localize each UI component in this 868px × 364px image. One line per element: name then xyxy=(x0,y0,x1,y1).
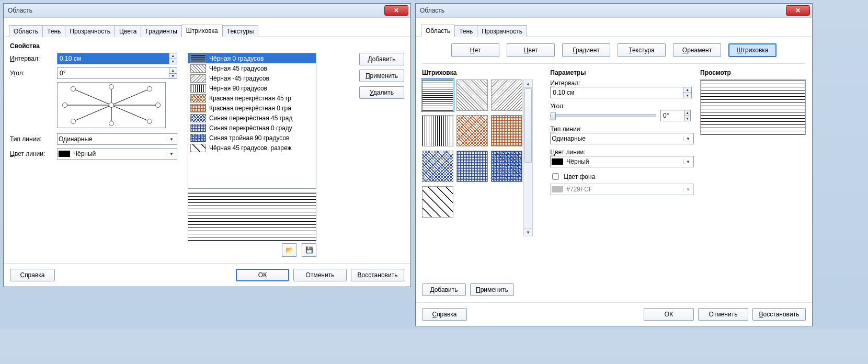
help-button[interactable]: Справка xyxy=(10,269,55,281)
hatch-swatch-cell[interactable] xyxy=(422,115,453,146)
apply-button[interactable]: Применить xyxy=(359,70,404,82)
linecolor-value: Чёрный xyxy=(566,158,589,165)
close-button[interactable]: ✕ xyxy=(384,5,408,16)
hatch-list-item[interactable]: Чёрная -45 градусов xyxy=(188,73,316,83)
bgcolor-checkbox[interactable]: Цвет фона xyxy=(550,172,691,181)
ok-button[interactable]: ОК xyxy=(644,308,694,321)
hatch-swatch xyxy=(190,94,206,103)
tab-Текстуры[interactable]: Текстуры xyxy=(222,25,259,37)
filltype-Орнамент[interactable]: Орнамент xyxy=(673,43,721,57)
hatch-preview xyxy=(700,79,806,135)
tab-Прозрачность[interactable]: Прозрачность xyxy=(65,25,115,37)
hatch-swatch-cell[interactable] xyxy=(491,151,522,182)
interval-input[interactable] xyxy=(551,87,683,98)
scroll-up-icon[interactable]: ▲ xyxy=(524,80,532,88)
linetype-select[interactable]: Одинарные ▼ xyxy=(57,133,177,145)
hatch-item-label: Синяя перекрёстная 0 граду xyxy=(209,124,292,132)
tab-Штриховка[interactable]: Штриховка xyxy=(181,25,223,37)
hatch-swatch-cell[interactable] xyxy=(422,186,453,218)
ok-button[interactable]: ОК xyxy=(236,269,289,281)
hatch-list-item[interactable]: Чёрная 45 градусов, разреж xyxy=(188,143,316,153)
tab-Цвета[interactable]: Цвета xyxy=(115,25,141,37)
tab-Область[interactable]: Область xyxy=(421,25,455,37)
reset-button[interactable]: Восстановить xyxy=(351,269,404,281)
tab-bar: ОбластьТеньПрозрачностьЦветаГрадиентыШтр… xyxy=(4,18,410,37)
scroll-down-icon[interactable]: ▼ xyxy=(524,228,532,236)
scrollbar-thumb[interactable] xyxy=(524,88,532,163)
bgcolor-check-input[interactable] xyxy=(552,173,559,180)
linetype-select[interactable]: Одинарные ▼ xyxy=(550,133,694,144)
spin-up-icon[interactable]: ▲ xyxy=(683,87,691,93)
cancel-button[interactable]: Отменить xyxy=(698,308,748,321)
filltype-Градиент[interactable]: Градиент xyxy=(562,43,610,57)
hatch-list-item[interactable]: Красная перекрёстная 0 гра xyxy=(188,103,316,113)
help-button[interactable]: Справка xyxy=(422,308,467,321)
linecolor-select[interactable]: Чёрный ▼ xyxy=(57,148,177,160)
hatch-list[interactable]: Чёрная 0 градусовЧёрная 45 градусовЧёрна… xyxy=(188,53,316,189)
angle-picker[interactable] xyxy=(57,82,166,128)
hatch-swatch-cell[interactable] xyxy=(456,151,488,182)
reset-button[interactable]: Восстановить xyxy=(752,308,806,321)
hatch-swatch-cell[interactable] xyxy=(422,151,453,182)
angle-spinner[interactable]: ▲▼ xyxy=(57,67,177,79)
spin-up-icon[interactable]: ▲ xyxy=(169,68,177,74)
linecolor-value: Чёрный xyxy=(73,150,96,157)
angle-input[interactable] xyxy=(661,110,684,121)
cancel-button[interactable]: Отменить xyxy=(293,269,347,281)
dialog-footer: Справка ОК Отменить Восстановить xyxy=(416,302,812,326)
spin-up-icon[interactable]: ▲ xyxy=(685,110,690,116)
hatch-item-label: Синяя перекрёстная 45 град xyxy=(209,115,292,122)
open-folder-button[interactable]: 📂 xyxy=(282,243,296,257)
tab-Тень[interactable]: Тень xyxy=(42,25,65,37)
hatch-list-item[interactable]: Синяя тройная 90 градусов xyxy=(188,133,316,143)
filltype-Текстура[interactable]: Текстура xyxy=(618,43,666,57)
section-hatching: Штриховка xyxy=(422,69,541,76)
interval-input[interactable] xyxy=(58,53,169,64)
spin-down-icon[interactable]: ▼ xyxy=(685,116,690,121)
filltype-Цвет[interactable]: Цвет xyxy=(507,43,555,57)
slider-thumb[interactable] xyxy=(551,112,556,120)
filltype-Нет[interactable]: Нет xyxy=(451,43,499,57)
section-params: Параметры xyxy=(550,69,691,76)
hatch-item-label: Красная перекрёстная 45 гр xyxy=(209,95,291,102)
hatch-swatch-cell[interactable] xyxy=(422,79,453,111)
delete-button[interactable]: Удалить xyxy=(359,86,404,99)
close-button[interactable]: ✕ xyxy=(786,5,810,16)
spin-down-icon[interactable]: ▼ xyxy=(169,59,177,64)
hatch-swatch xyxy=(190,64,206,73)
hatch-swatch-cell[interactable] xyxy=(456,115,488,146)
hatch-list-item[interactable]: Красная перекрёстная 45 гр xyxy=(188,93,316,103)
hatch-swatch xyxy=(190,124,206,132)
spin-up-icon[interactable]: ▲ xyxy=(169,53,177,59)
chevron-down-icon: ▼ xyxy=(167,152,176,156)
hatch-item-label: Чёрная -45 градусов xyxy=(209,75,269,82)
hatch-list-item[interactable]: Чёрная 45 градусов xyxy=(188,63,316,73)
chevron-down-icon: ▼ xyxy=(683,160,692,164)
hatch-swatch-cell[interactable] xyxy=(456,79,488,111)
tab-Прозрачность[interactable]: Прозрачность xyxy=(477,25,527,37)
save-button[interactable]: 💾 xyxy=(302,243,316,257)
interval-spinner[interactable]: ▲▼ xyxy=(550,87,692,98)
spin-down-icon[interactable]: ▼ xyxy=(169,74,177,79)
hatch-swatch-grid[interactable] xyxy=(422,79,521,236)
angle-slider[interactable] xyxy=(550,114,656,117)
filltype-Штриховка[interactable]: Штриховка xyxy=(728,43,776,57)
hatch-list-item[interactable]: Синяя перекрёстная 0 граду xyxy=(188,123,316,133)
linecolor-select[interactable]: Чёрный ▼ xyxy=(550,156,694,167)
angle-input[interactable] xyxy=(58,68,169,78)
hatch-swatch-cell[interactable] xyxy=(491,115,522,146)
tab-Градиенты[interactable]: Градиенты xyxy=(141,25,181,37)
apply-button[interactable]: Применить xyxy=(470,283,514,296)
grid-scrollbar[interactable]: ▲ ▼ xyxy=(523,79,533,236)
add-button[interactable]: Добавить xyxy=(422,283,466,296)
hatch-list-item[interactable]: Синяя перекрёстная 45 град xyxy=(188,113,316,123)
hatch-list-item[interactable]: Чёрная 0 градусов xyxy=(188,53,316,63)
tab-Область[interactable]: Область xyxy=(9,25,43,37)
tab-Тень[interactable]: Тень xyxy=(454,25,477,37)
hatch-swatch-cell[interactable] xyxy=(491,79,522,111)
interval-spinner[interactable]: ▲▼ xyxy=(57,53,177,64)
add-button[interactable]: Добавить xyxy=(359,53,404,65)
angle-spinner[interactable]: ▲▼ xyxy=(660,110,691,121)
spin-down-icon[interactable]: ▼ xyxy=(683,93,691,98)
hatch-list-item[interactable]: Чёрная 90 градусов xyxy=(188,83,316,93)
